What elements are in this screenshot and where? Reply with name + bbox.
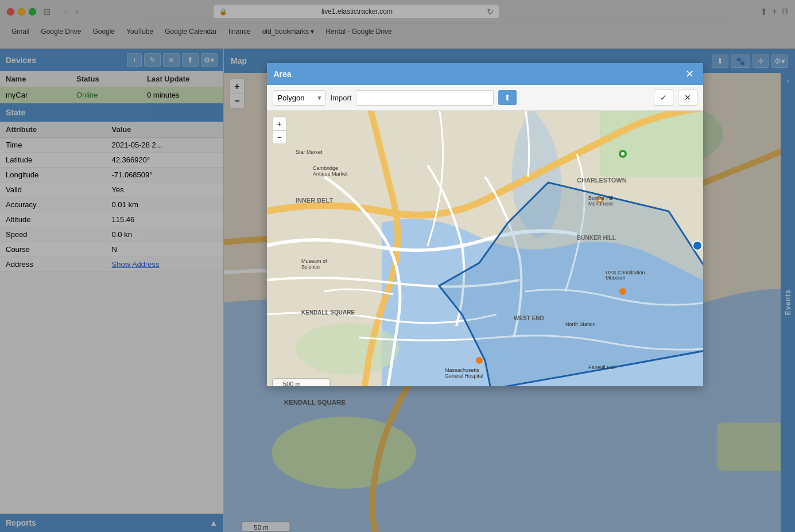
state-section: State Attribute Value Time 2021-05-28 2.…: [0, 103, 223, 514]
svg-text:Monument: Monument: [588, 201, 613, 207]
new-tab-btn[interactable]: +: [772, 6, 777, 17]
map-download-btn[interactable]: ⬇: [712, 55, 728, 68]
svg-text:Faneuil Hall: Faneuil Hall: [588, 364, 616, 370]
lock-icon: 🔒: [219, 8, 227, 15]
state-table: Attribute Value Time 2021-05-28 2... Lat…: [0, 122, 223, 272]
svg-text:INNER BELT: INNER BELT: [296, 197, 333, 204]
share-btn[interactable]: ⬆: [760, 6, 767, 17]
modal-toolbar: Polygon Circle Rectangle Import ⬆ ✓ ✕: [267, 85, 703, 111]
settings-dropdown[interactable]: ⚙ ▾: [201, 53, 218, 67]
map-chevron-down-icon: ▾: [781, 57, 785, 65]
val-course: N: [112, 245, 218, 254]
svg-text:Star Market: Star Market: [296, 149, 323, 155]
map-actions: ⬇ 🐾 ✛ ⚙ ▾: [712, 55, 788, 68]
devices-header: Devices + ✎ ✕ ⬆ ⚙ ▾: [0, 49, 223, 71]
state-row-speed: Speed 0.0 kn: [0, 227, 223, 242]
val-time: 2021-05-28 2...: [112, 141, 218, 149]
tab-overview-btn[interactable]: ⧉: [782, 6, 788, 17]
modal-cancel-btn[interactable]: ✕: [678, 90, 697, 106]
bookmark-google[interactable]: Google: [88, 26, 119, 37]
address-bar[interactable]: 🔒 live1.elastictracker.com ↻: [213, 4, 500, 19]
state-row-valid: Valid Yes: [0, 182, 223, 197]
svg-text:Bunker Hill: Bunker Hill: [588, 195, 614, 201]
upload-btn[interactable]: ⬆: [498, 90, 517, 105]
device-name: myCar: [6, 91, 76, 99]
import-input[interactable]: [356, 90, 494, 106]
bookmark-google-calendar[interactable]: Google Calendar: [160, 26, 222, 37]
svg-text:Science: Science: [301, 264, 320, 270]
map-zoom-out-btn[interactable]: −: [230, 94, 245, 108]
bookmark-finance[interactable]: finance: [224, 26, 255, 37]
reload-btn[interactable]: ↻: [487, 7, 494, 16]
col-status: Status: [76, 75, 147, 83]
forward-btn[interactable]: ›: [73, 5, 80, 18]
bookmark-google-drive[interactable]: Google Drive: [36, 26, 86, 37]
left-panel: Devices + ✎ ✕ ⬆ ⚙ ▾ Name Status Last Upd…: [0, 49, 224, 532]
svg-text:General Hospital: General Hospital: [445, 373, 483, 379]
modal-title: Area: [274, 69, 292, 79]
confirm-btn[interactable]: ✓: [654, 90, 673, 106]
reports-bar[interactable]: Reports ▲: [0, 514, 223, 532]
bookmark-old-bookmarks[interactable]: old_bookmarks ▾: [258, 26, 319, 37]
sidebar-toggle-btn[interactable]: ⊟: [41, 5, 53, 18]
attr-speed: Speed: [6, 230, 112, 239]
device-row-mycar[interactable]: myCar Online 0 minutes: [0, 87, 223, 103]
map-gear-icon: ⚙: [774, 57, 781, 65]
modal-map[interactable]: INNER BELT CHARLESTOWN BUNKER HILL WEST …: [267, 111, 703, 386]
bookmark-gmail[interactable]: Gmail: [7, 26, 34, 37]
edit-device-btn[interactable]: ✎: [144, 53, 161, 67]
browser-chrome: ⊟ ‹ › 🔒 live1.elastictracker.com ↻ ⬆ + ⧉…: [0, 0, 795, 49]
svg-text:Antique Market: Antique Market: [313, 171, 348, 177]
map-paw-btn[interactable]: 🐾: [731, 55, 750, 68]
attr-address: Address: [6, 260, 112, 269]
svg-text:KENDALL SQUARE: KENDALL SQUARE: [284, 399, 346, 406]
events-sidebar[interactable]: Events ‹: [781, 73, 795, 532]
svg-point-24: [476, 357, 483, 364]
svg-text:Cambridge: Cambridge: [313, 165, 338, 171]
col-name: Name: [6, 75, 76, 83]
bookmark-youtube[interactable]: YouTube: [122, 26, 158, 37]
state-row-latitude: Latitude 42.366920°: [0, 153, 223, 168]
shape-select[interactable]: Polygon Circle Rectangle: [273, 90, 326, 106]
modal-map-svg: INNER BELT CHARLESTOWN BUNKER HILL WEST …: [267, 111, 703, 386]
attr-latitude: Latitude: [6, 156, 112, 164]
map-settings-dropdown[interactable]: ⚙ ▾: [771, 55, 788, 68]
svg-point-25: [693, 241, 702, 250]
modal-header: Area ✕: [267, 63, 703, 85]
state-title: State: [6, 108, 25, 117]
modal-zoom-in-btn[interactable]: +: [273, 117, 286, 130]
add-device-btn[interactable]: +: [127, 53, 142, 67]
events-label: Events: [784, 289, 792, 315]
val-accuracy: 0.01 km: [112, 200, 218, 209]
maximize-traffic-light[interactable]: [29, 8, 36, 15]
modal-zoom-out-btn[interactable]: −: [273, 130, 286, 144]
remove-device-btn[interactable]: ✕: [163, 53, 180, 67]
bookmark-rental[interactable]: Rental - Google Drive: [321, 26, 396, 37]
browser-nav-controls: ‹ ›: [62, 5, 81, 18]
minimize-traffic-light[interactable]: [18, 8, 25, 15]
devices-actions: + ✎ ✕ ⬆ ⚙ ▾: [127, 53, 218, 67]
state-row-altitude: Altitude 115.46: [0, 212, 223, 227]
map-title: Map: [231, 56, 247, 65]
show-address-link[interactable]: Show Address: [112, 260, 218, 269]
attr-accuracy: Accuracy: [6, 200, 112, 209]
modal-map-zoom-controls: + −: [273, 117, 286, 144]
svg-text:North Station: North Station: [565, 321, 596, 327]
traffic-lights: [7, 8, 36, 15]
close-traffic-light[interactable]: [7, 8, 14, 15]
state-row-course: Course N: [0, 242, 223, 257]
devices-section: Devices + ✎ ✕ ⬆ ⚙ ▾ Name Status Last Upd…: [0, 49, 223, 103]
devices-title: Devices: [6, 56, 36, 65]
val-altitude: 115.46: [112, 215, 218, 224]
attr-longitude: Longitude: [6, 170, 112, 179]
state-table-header: Attribute Value: [0, 122, 223, 138]
export-device-btn[interactable]: ⬆: [182, 53, 199, 67]
modal-close-btn[interactable]: ✕: [683, 68, 696, 80]
back-btn[interactable]: ‹: [62, 5, 69, 18]
svg-rect-39: [273, 379, 330, 386]
svg-text:500 m: 500 m: [283, 380, 301, 386]
map-crosshair-btn[interactable]: ✛: [753, 55, 769, 68]
map-zoom-in-btn[interactable]: +: [230, 79, 245, 94]
state-row-time: Time 2021-05-28 2...: [0, 138, 223, 153]
device-last-update: 0 minutes: [147, 91, 218, 99]
